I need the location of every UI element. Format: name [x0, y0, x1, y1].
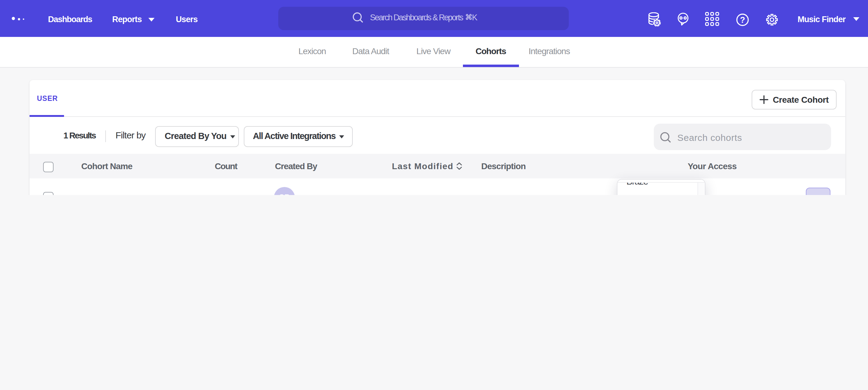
svg-text:?: ? — [740, 15, 745, 25]
